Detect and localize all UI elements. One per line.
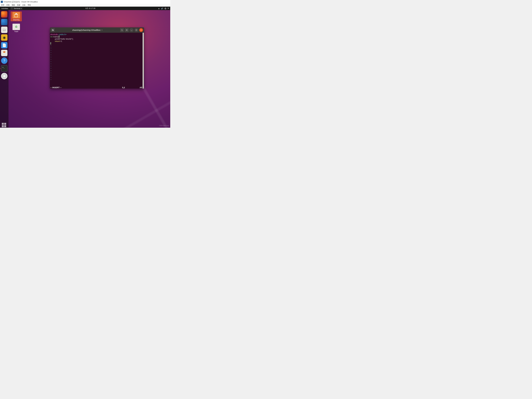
network-icon[interactable]: ▲ (158, 7, 160, 9)
terminal-headerbar[interactable]: zhaoning@zhaoning-VirtualBox: ~ (50, 27, 144, 33)
dock: 🗂 ◉ 📄 ? (0, 10, 8, 128)
code-line-4: return 0; (51, 40, 144, 42)
activities-button[interactable]: Activities (1, 7, 8, 9)
app-menu-label: Terminal (14, 7, 20, 9)
code-line-5: } (51, 42, 144, 44)
watermark: CSDN @an-ning (159, 125, 169, 126)
vim-scroll-percent: All (140, 86, 142, 89)
sound-icon[interactable]: 🔊 (161, 7, 163, 9)
guest-desktop: Activities Terminal ▾ 9月 15 17:26 ▲ 🔊 ⏻ … (0, 7, 170, 128)
vim-mode: -- INSERT -- (51, 86, 61, 89)
search-button[interactable] (120, 28, 124, 32)
terminal-icon (11, 8, 13, 9)
power-icon[interactable]: ⏻ (165, 7, 166, 9)
dock-terminal[interactable] (1, 65, 7, 72)
chevron-down-icon[interactable] (168, 8, 169, 9)
new-tab-button[interactable] (51, 28, 55, 32)
dock-libreoffice-writer[interactable]: 📄 (1, 42, 7, 48)
gnome-topbar: Activities Terminal ▾ 9月 15 17:26 ▲ 🔊 ⏻ (0, 7, 170, 10)
minimize-button[interactable] (130, 28, 133, 32)
show-applications-button[interactable] (2, 123, 7, 128)
dock-firefox[interactable] (1, 11, 7, 18)
scrollbar-thumb[interactable] (143, 33, 144, 89)
vim-cursor: { (59, 36, 59, 38)
dock-files[interactable]: 🗂 (1, 27, 7, 33)
svg-rect-0 (131, 30, 132, 31)
code-line-3: printf("Hello World!"); (51, 38, 144, 40)
dock-help[interactable]: ? (1, 57, 7, 64)
virtualbox-title: Vmachine [正在运行] - Oracle VM VirtualBox (4, 1, 38, 3)
vbox-menu-control[interactable]: 控制 (6, 4, 10, 6)
vbox-menu-hotkeys[interactable]: 热键 (17, 4, 20, 6)
vbox-menu-view[interactable]: 视图 (12, 4, 15, 6)
chevron-down-icon: ▾ (21, 8, 22, 9)
vbox-menu-manage[interactable]: 管理 (1, 4, 4, 6)
dock-rhythmbox[interactable]: ◉ (1, 34, 7, 41)
clock[interactable]: 9月 15 17:26 (86, 7, 95, 10)
code-line-2: int main(){ (51, 36, 144, 38)
vbox-menu-devices[interactable]: 设备 (22, 4, 25, 6)
dock-disc[interactable] (1, 73, 7, 79)
desktop-icon-home[interactable]: zhaoning (11, 12, 22, 21)
trash-icon (13, 24, 20, 30)
vim-status-line: -- INSERT -- 5,2 All (51, 86, 144, 89)
app-menu-terminal[interactable]: Terminal ▾ (10, 7, 23, 10)
home-folder-icon (13, 12, 20, 18)
vbox-menu-help[interactable]: 帮助 (28, 4, 31, 6)
terminal-window: zhaoning@zhaoning-VirtualBox: ~ #include… (50, 27, 144, 89)
dock-ubuntu-software[interactable] (1, 50, 7, 56)
hamburger-menu-button[interactable] (125, 28, 129, 32)
virtualbox-menubar[interactable]: 管理 控制 视图 热键 设备 帮助 (0, 4, 170, 7)
desktop-icon-trash[interactable]: Trash (11, 24, 22, 32)
svg-rect-1 (136, 30, 137, 31)
virtualbox-titlebar: Vmachine [正在运行] - Oracle VM VirtualBox (0, 0, 170, 4)
desktop-icons: zhaoning Trash (11, 12, 22, 32)
terminal-body[interactable]: #include <stdio.h> int main(){ printf("H… (50, 33, 144, 89)
dock-thunderbird[interactable] (1, 19, 7, 25)
close-button[interactable] (139, 28, 143, 32)
system-tray[interactable]: ▲ 🔊 ⏻ (158, 7, 169, 9)
vim-empty-lines: ~~~~~~~~~~~~~~~~ (51, 44, 144, 81)
desktop-icon-label: Trash (11, 31, 22, 32)
terminal-scrollbar[interactable] (143, 33, 144, 89)
desktop-icon-label: zhaoning (11, 19, 21, 21)
code-line-1: #include <stdio.h> (51, 33, 144, 36)
maximize-button[interactable] (134, 28, 138, 32)
virtualbox-icon (1, 1, 3, 3)
vim-cursor-position: 5,2 (122, 86, 125, 89)
terminal-title: zhaoning@zhaoning-VirtualBox: ~ (56, 29, 119, 31)
